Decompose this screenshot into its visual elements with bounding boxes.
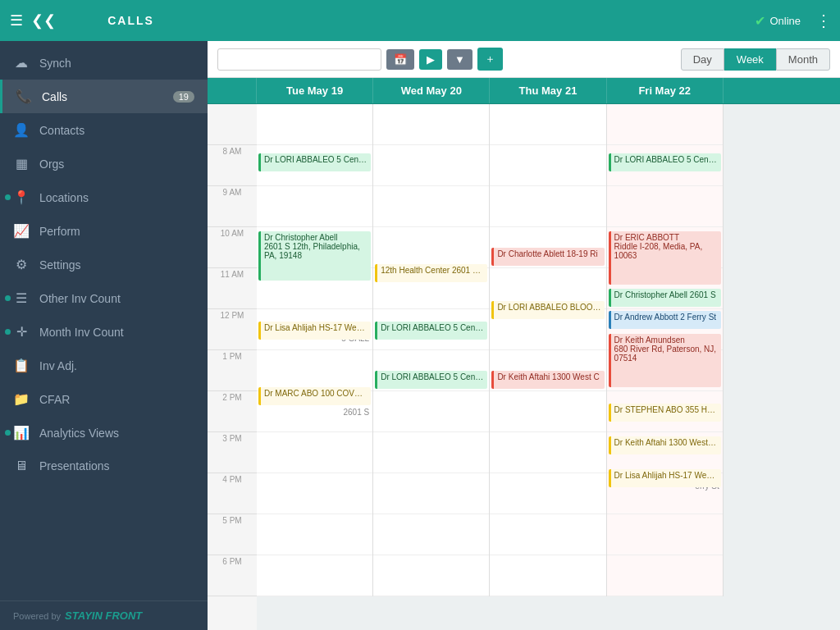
event[interactable]: Dr Lisa Ahlijah HS-17 West R xyxy=(258,322,371,340)
top-bar: ✔ Online ⋮ xyxy=(208,0,840,41)
sidebar-item-label: Synch xyxy=(39,57,71,70)
week-view-button[interactable]: Week xyxy=(724,48,776,71)
sidebar: ☰ ❮❮ CALLS ☁ Synch 📞 Calls 19 👤 Contacts… xyxy=(0,0,208,630)
search-input[interactable] xyxy=(217,48,381,71)
sidebar-item-label: Contacts xyxy=(39,124,84,137)
dot-indicator xyxy=(5,295,11,301)
hamburger-icon[interactable]: ☰ xyxy=(10,11,23,30)
sidebar-item-label: Locations xyxy=(39,191,89,204)
wednesday-column: 12th Health Center 2601 S 1 Dr LORI ABBA… xyxy=(373,104,490,596)
sidebar-item-label: Month Inv Count xyxy=(39,326,124,339)
event[interactable]: Dr ERIC ABBOTTRiddle I-208, Media, PA,10… xyxy=(609,231,721,285)
calendar: Tue May 19 Wed May 20 Thu May 21 Fri May… xyxy=(208,78,840,630)
time-slot: 10 AM xyxy=(208,227,257,268)
dot-indicator xyxy=(5,430,11,436)
time-slot: 12 PM xyxy=(208,309,257,350)
event[interactable]: Dr LORI ABBALEO 5 Centre I xyxy=(375,322,487,340)
toolbar: 📅 ▶ ▼ ＋ Day Week Month xyxy=(208,41,840,78)
sidebar-item-orgs[interactable]: ▦ Orgs xyxy=(0,147,208,180)
event[interactable]: Dr Keith Aftahi 1300 West Ch xyxy=(609,436,721,454)
perform-icon: 📈 xyxy=(13,223,30,239)
header-tue: Tue May 19 xyxy=(257,78,373,103)
sidebar-item-label: Other Inv Count xyxy=(39,292,121,305)
event[interactable]: Dr MARC ABO 100 COVENTF xyxy=(258,387,371,405)
sidebar-item-label: CFAR xyxy=(39,393,70,406)
time-slot: 1 PM xyxy=(208,350,257,391)
event[interactable]: Dr Christopher Abell2601 S 12th, Philade… xyxy=(258,231,371,281)
calendar-icon-button[interactable]: 📅 xyxy=(386,49,414,70)
sidebar-item-analytics-views[interactable]: 📊 Analytics Views xyxy=(0,416,208,450)
thursday-column: Dr Charlotte Ablett 18-19 Ri Dr LORI ABB… xyxy=(490,104,606,596)
time-slot: 3 PM xyxy=(208,432,257,473)
header-wed: Wed May 20 xyxy=(373,78,490,103)
more-options-icon[interactable]: ⋮ xyxy=(815,11,832,30)
friday-column: Dr LORI ABBALEO 5 Centre D Dr ERIC ABBOT… xyxy=(607,104,724,596)
day-view-button[interactable]: Day xyxy=(681,48,724,71)
event[interactable]: Dr STEPHEN ABO 355 HENRY xyxy=(609,404,721,422)
sidebar-item-label: Presentations xyxy=(39,459,110,472)
event[interactable]: 12th Health Center 2601 S 1 xyxy=(375,264,487,282)
header-thu: Thu May 21 xyxy=(490,78,606,103)
inv-adj-icon: 📋 xyxy=(13,358,30,373)
sidebar-item-settings[interactable]: ⚙ Settings xyxy=(0,248,208,281)
locations-icon: 📍 xyxy=(13,189,30,205)
event[interactable]: Dr Christopher Abell 2601 S xyxy=(609,289,721,307)
time-column: 8 AM 9 AM 10 AM 11 AM 12 PM 1 PM 2 PM 3 … xyxy=(208,104,257,630)
collapse-sidebar-icon[interactable]: ❮❮ xyxy=(31,11,56,30)
settings-icon: ⚙ xyxy=(13,257,30,272)
main-content: ✔ Online ⋮ 📅 ▶ ▼ ＋ Day Week Month Tue Ma… xyxy=(208,0,840,630)
tuesday-column: Dr LORI ABBALEO 5 Centre I Dr Christophe… xyxy=(257,104,373,596)
event[interactable]: Dr LORI ABBALEO BLOOMFI xyxy=(491,301,604,319)
calls-badge: 19 xyxy=(173,91,194,103)
sidebar-item-presentations[interactable]: 🖥 Presentations xyxy=(0,450,208,482)
view-toggle: Day Week Month xyxy=(681,48,830,71)
app-title: CALLS xyxy=(64,14,198,27)
sidebar-footer: Powered by STAYIN FRONT xyxy=(0,600,208,630)
sidebar-item-contacts[interactable]: 👤 Contacts xyxy=(0,113,208,147)
sidebar-item-perform[interactable]: 📈 Perform xyxy=(0,214,208,248)
sidebar-item-label: Perform xyxy=(39,225,80,238)
online-status-icon: ✔ xyxy=(755,13,765,29)
event[interactable]: Dr LORI ABBALEO 5 Centre I xyxy=(258,153,371,171)
month-view-button[interactable]: Month xyxy=(776,48,830,71)
sidebar-item-label: Orgs xyxy=(39,158,64,171)
sidebar-item-synch[interactable]: ☁ Synch xyxy=(0,46,208,80)
time-slot: 5 PM xyxy=(208,514,257,555)
sidebar-item-label: Settings xyxy=(39,258,81,272)
presentations-icon: 🖥 xyxy=(13,459,30,473)
analytics-views-icon: 📊 xyxy=(13,425,30,441)
event[interactable]: Dr Keith Aftahi 1300 West C xyxy=(491,371,604,389)
calls-icon: 📞 xyxy=(16,89,32,104)
brand-logo: STAYIN FRONT xyxy=(65,609,142,622)
status-label: Online xyxy=(769,15,801,27)
time-slot: 9 AM xyxy=(208,186,257,227)
time-slot: 11 AM xyxy=(208,268,257,309)
calendar-body: 8 AM 9 AM 10 AM 11 AM 12 PM 1 PM 2 PM 3 … xyxy=(208,104,840,630)
event[interactable]: Dr Keith Amundsen680 River Rd, Paterson,… xyxy=(609,334,721,387)
sidebar-item-label: Inv Adj. xyxy=(39,359,77,372)
time-slot: 6 PM xyxy=(208,555,257,596)
contacts-icon: 👤 xyxy=(13,122,30,138)
sidebar-item-month-inv-count[interactable]: ✛ Month Inv Count xyxy=(0,315,208,349)
event[interactable]: Dr Lisa Ahlijah HS-17 West R xyxy=(609,469,721,487)
calendar-header: Tue May 19 Wed May 20 Thu May 21 Fri May… xyxy=(208,78,840,104)
add-button[interactable]: ＋ xyxy=(477,48,503,71)
orgs-icon: ▦ xyxy=(13,156,30,171)
dropdown-button[interactable]: ▼ xyxy=(447,49,472,70)
synch-icon: ☁ xyxy=(13,55,30,71)
sidebar-nav: ☁ Synch 📞 Calls 19 👤 Contacts ▦ Orgs 📍 L… xyxy=(0,41,208,600)
header-time xyxy=(208,78,257,103)
sidebar-item-locations[interactable]: 📍 Locations xyxy=(0,180,208,214)
time-slot xyxy=(208,104,257,145)
next-button[interactable]: ▶ xyxy=(419,49,442,70)
sidebar-item-other-inv-count[interactable]: ☰ Other Inv Count xyxy=(0,281,208,315)
sidebar-item-inv-adj[interactable]: 📋 Inv Adj. xyxy=(0,349,208,382)
event[interactable]: Dr LORI ABBALEO 5 Centre D xyxy=(609,153,721,171)
dot-indicator xyxy=(5,329,11,335)
sidebar-item-calls[interactable]: 📞 Calls 19 xyxy=(0,80,208,113)
event[interactable]: Dr LORI ABBALEO 5 Centre I xyxy=(375,371,487,389)
event[interactable]: Dr Andrew Abbott 2 Ferry St xyxy=(609,311,721,329)
sidebar-item-label: Calls xyxy=(42,90,67,103)
sidebar-item-cfar[interactable]: 📁 CFAR xyxy=(0,382,208,416)
event[interactable]: Dr Charlotte Ablett 18-19 Ri xyxy=(491,248,604,266)
